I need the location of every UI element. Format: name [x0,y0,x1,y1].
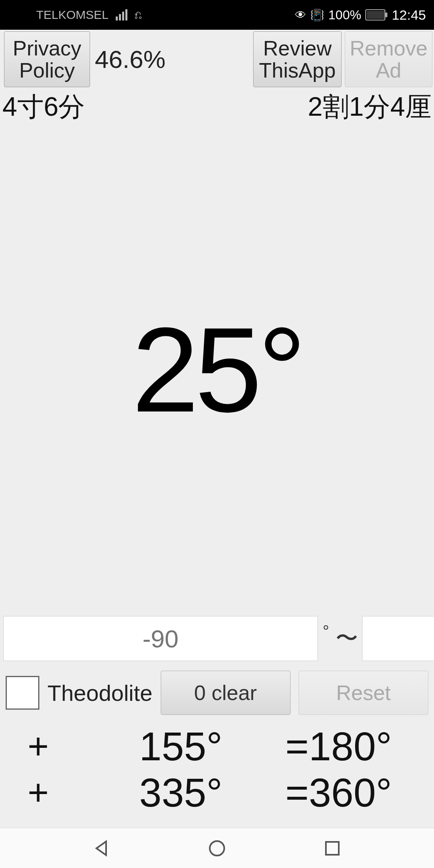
nav-back-button[interactable] [90,837,113,860]
top-button-row: Privacy Policy 46.6% Review ThisApp Remo… [0,30,434,87]
privacy-policy-button[interactable]: Privacy Policy [4,31,90,87]
calc-row-2: + 335° =360° [0,770,434,816]
square-recent-icon [324,840,341,857]
review-app-button[interactable]: Review ThisApp [253,31,342,87]
theodolite-label: Theodolite [47,680,153,706]
svg-point-0 [210,841,224,856]
jp-right-measure: 2割1分4厘 [308,89,432,125]
remove-ad-button[interactable]: Remove Ad [345,31,432,87]
calc-result-value: =180° [285,723,434,770]
vibrate-icon: 📳 [310,8,324,22]
navigation-bar [0,828,434,868]
range-input-row: ° 〜 ° ✕ [0,612,434,665]
degree-symbol-left: ° [320,622,332,640]
calc-row-1: + 155° =180° [0,723,434,770]
percentage-display: 46.6% [95,45,250,74]
circle-home-icon [208,839,226,858]
nav-home-button[interactable] [206,837,228,860]
calculation-rows: + 155° =180° + 335° =360° [0,721,434,828]
plus-sign: + [0,772,76,813]
calc-mid-value: 335° [76,770,285,816]
battery-icon [365,9,385,20]
tilde-separator: 〜 [334,623,360,654]
nav-recent-button[interactable] [321,837,344,860]
theodolite-checkbox[interactable] [6,676,39,710]
usb-icon: ⎌ [135,8,142,22]
range-min-input[interactable] [3,616,318,661]
calc-result-value: =360° [285,770,434,816]
zero-clear-button[interactable]: 0 clear [161,671,291,715]
controls-row: Theodolite 0 clear Reset [0,665,434,721]
signal-icon [116,9,127,20]
range-max-input[interactable] [362,616,434,661]
reset-button[interactable]: Reset [299,671,428,715]
calc-mid-value: 155° [76,723,285,770]
triangle-back-icon [92,839,111,858]
carrier-label: TELKOMSEL [36,8,108,22]
battery-percent: 100% [328,8,361,23]
japanese-units-row: 4寸6分 2割1分4厘 [0,87,434,127]
main-angle-display: 25° [0,127,434,612]
status-bar: TELKOMSEL ⎌ 👁 📳 100% 12:45 [0,0,434,30]
svg-rect-1 [326,842,339,855]
plus-sign: + [0,726,76,767]
clock: 12:45 [392,7,426,23]
jp-left-measure: 4寸6分 [2,89,85,125]
eye-icon: 👁 [295,8,306,22]
